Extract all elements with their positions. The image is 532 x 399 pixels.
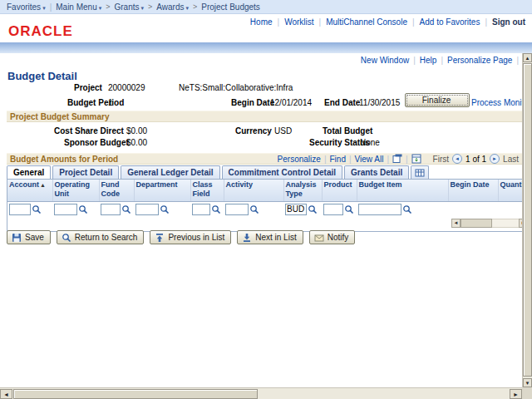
grid-scroll-left-icon[interactable]: ◄ bbox=[451, 219, 461, 228]
analysis-type-cell bbox=[283, 201, 322, 217]
page-title: Budget Detail bbox=[7, 70, 77, 82]
class-field-lookup-icon[interactable] bbox=[211, 204, 221, 214]
budget-item-input[interactable] bbox=[358, 204, 401, 215]
grid-action-bar: Personalize | Find | View All | | First … bbox=[278, 154, 519, 164]
breadcrumb-awards-label: Awards bbox=[156, 2, 184, 12]
next-in-list-button[interactable]: Next in List bbox=[237, 230, 303, 244]
class-field-input[interactable] bbox=[192, 204, 210, 215]
activity-input[interactable] bbox=[225, 204, 249, 215]
app-header: ORACLE Home | Worklist | MultiChannel Co… bbox=[0, 14, 532, 42]
fund-code-lookup-icon[interactable] bbox=[121, 204, 131, 214]
breadcrumb-favorites[interactable]: Favorites▾ bbox=[7, 2, 46, 12]
analysis-type-input[interactable] bbox=[285, 204, 307, 215]
activity-lookup-icon[interactable] bbox=[249, 204, 259, 214]
security-status-value: None bbox=[360, 138, 380, 147]
breadcrumb-grants[interactable]: Grants▾ bbox=[115, 2, 145, 12]
operating-unit-input[interactable] bbox=[54, 204, 77, 215]
link-multichannel-console[interactable]: MultiChannel Console bbox=[326, 17, 407, 27]
scroll-right-icon[interactable]: ► bbox=[510, 389, 522, 399]
account-input[interactable] bbox=[9, 204, 31, 215]
column-header-analysis-type[interactable]: Analysis Type bbox=[283, 180, 322, 201]
column-header-class-field[interactable]: Class Field bbox=[190, 180, 224, 201]
save-disk-icon bbox=[12, 233, 22, 243]
product-lookup-icon[interactable] bbox=[344, 204, 354, 214]
tab-grants-detail[interactable]: Grants Detail bbox=[344, 165, 409, 179]
column-header-product[interactable]: Product bbox=[322, 180, 357, 201]
save-button-label: Save bbox=[25, 233, 44, 242]
download-icon[interactable] bbox=[411, 154, 421, 164]
column-header-fund-code[interactable]: Fund Code bbox=[99, 180, 134, 201]
currency-label: Currency bbox=[235, 126, 272, 135]
scroll-left-icon[interactable]: ◄ bbox=[0, 389, 12, 399]
tab-general-ledger-detail[interactable]: General Ledger Detail bbox=[121, 165, 219, 179]
horizontal-scroll-thumb[interactable] bbox=[13, 389, 258, 399]
fund-code-input[interactable] bbox=[101, 204, 121, 215]
chevron-down-icon: ▾ bbox=[42, 5, 46, 11]
pager-first[interactable]: First bbox=[433, 155, 449, 164]
zoom-grid-icon[interactable] bbox=[392, 154, 402, 164]
notify-button-label: Notify bbox=[328, 233, 349, 242]
breadcrumb-current-page-label: Project Budgets bbox=[201, 2, 260, 12]
vertical-scroll-thumb[interactable] bbox=[523, 63, 532, 377]
column-header-operating-unit[interactable]: Operating Unit bbox=[52, 180, 99, 201]
grid-horizontal-scrollbar[interactable]: ◄ ► bbox=[451, 219, 528, 228]
oracle-logo: ORACLE bbox=[8, 23, 73, 40]
link-separator: | bbox=[485, 17, 487, 27]
return-to-search-button[interactable]: Return to Search bbox=[57, 230, 145, 244]
link-add-to-favorites[interactable]: Add to Favorites bbox=[420, 17, 480, 27]
pager-previous-icon[interactable]: ◄ bbox=[452, 154, 462, 164]
link-help[interactable]: Help bbox=[420, 56, 437, 65]
operating-unit-lookup-icon[interactable] bbox=[78, 204, 88, 214]
vertical-scrollbar[interactable]: ▲ ▼ bbox=[522, 53, 532, 387]
previous-in-list-button[interactable]: Previous in List bbox=[150, 230, 231, 244]
department-input[interactable] bbox=[135, 204, 159, 215]
horizontal-scrollbar[interactable]: ◄ ► bbox=[0, 387, 522, 399]
link-sign-out[interactable]: Sign out bbox=[492, 17, 525, 27]
budget-item-lookup-icon[interactable] bbox=[402, 204, 412, 214]
link-worklist[interactable]: Worklist bbox=[284, 17, 313, 27]
header-links: Home | Worklist | MultiChannel Console |… bbox=[250, 17, 525, 27]
tab-commitment-control-detail[interactable]: Commitment Control Detail bbox=[222, 165, 342, 179]
breadcrumb-main-menu[interactable]: Main Menu▾ bbox=[56, 2, 101, 12]
notify-envelope-icon bbox=[314, 233, 324, 243]
grid-data-row bbox=[7, 201, 530, 217]
product-cell bbox=[322, 201, 357, 217]
notify-button[interactable]: Notify bbox=[309, 230, 356, 244]
tab-general[interactable]: General bbox=[7, 165, 51, 179]
column-header-activity[interactable]: Activity bbox=[224, 180, 283, 201]
sponsor-budget-value: $0.00 bbox=[126, 138, 147, 147]
finalize-button[interactable]: Finalize bbox=[405, 93, 470, 107]
pager-last[interactable]: Last bbox=[503, 155, 519, 164]
account-lookup-icon[interactable] bbox=[32, 204, 42, 214]
link-new-window[interactable]: New Window bbox=[361, 56, 409, 65]
personalize-link[interactable]: Personalize bbox=[278, 155, 321, 164]
grid-scroll-track[interactable] bbox=[461, 219, 519, 228]
view-all-link[interactable]: View All bbox=[355, 155, 384, 164]
account-cell bbox=[7, 201, 52, 217]
chevron-down-icon: ▾ bbox=[141, 5, 145, 11]
column-header-begin-date[interactable]: Begin Date bbox=[448, 180, 498, 201]
cost-share-direct-label: Cost Share Direct bbox=[54, 126, 124, 135]
tab-project-detail[interactable]: Project Detail bbox=[52, 165, 119, 179]
previous-in-list-icon bbox=[155, 233, 165, 243]
column-header-budget-item[interactable]: Budget Item bbox=[357, 180, 448, 201]
column-header-department[interactable]: Department bbox=[134, 180, 190, 201]
scroll-up-icon[interactable]: ▲ bbox=[523, 53, 532, 62]
department-lookup-icon[interactable] bbox=[160, 204, 170, 214]
scroll-down-icon[interactable]: ▼ bbox=[523, 378, 532, 387]
product-input[interactable] bbox=[323, 204, 343, 215]
next-in-list-icon bbox=[242, 233, 252, 243]
find-link[interactable]: Find bbox=[329, 155, 345, 164]
project-budget-summary-bar: Project Budget Summary bbox=[7, 111, 522, 122]
analysis-type-lookup-icon[interactable] bbox=[308, 204, 318, 214]
link-home[interactable]: Home bbox=[250, 17, 273, 27]
pager-next-icon[interactable]: ► bbox=[490, 154, 500, 164]
column-header-account[interactable]: Account▲ bbox=[7, 180, 52, 201]
save-button[interactable]: Save bbox=[7, 230, 51, 244]
link-personalize-page[interactable]: Personalize Page bbox=[447, 56, 512, 65]
grid-scroll-thumb[interactable] bbox=[461, 219, 492, 228]
breadcrumb-awards[interactable]: Awards▾ bbox=[156, 2, 189, 12]
show-all-columns-tab[interactable] bbox=[411, 165, 429, 179]
project-value: 20000029 bbox=[108, 83, 145, 92]
header-blue-band bbox=[0, 42, 532, 53]
